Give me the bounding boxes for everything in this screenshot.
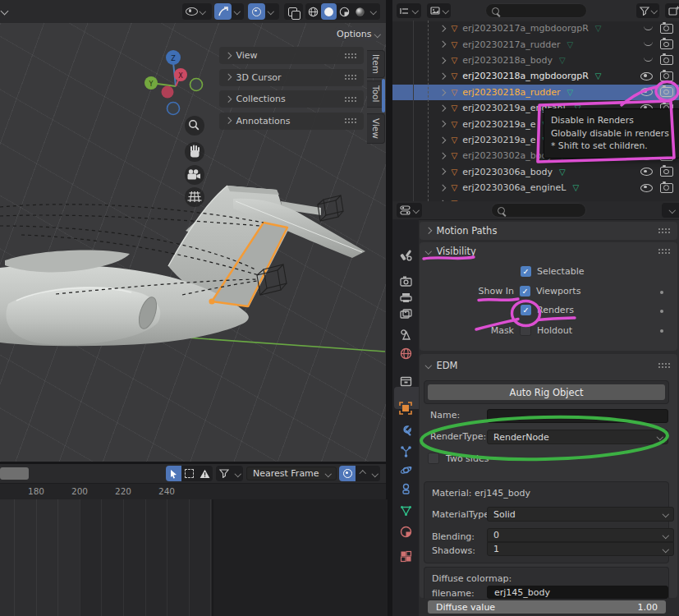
object-name[interactable]: erj20230218a_rudder <box>462 87 560 98</box>
display-mode-dropdown[interactable] <box>397 3 421 18</box>
sidebar-scrollbar[interactable] <box>382 79 385 113</box>
panel-grip[interactable] <box>658 228 671 234</box>
timeline-track-area[interactable] <box>80 499 212 616</box>
frame-ruler[interactable]: 180 200 220 240 <box>0 483 386 499</box>
tab-material[interactable] <box>392 522 419 541</box>
tab-scene[interactable] <box>392 324 419 344</box>
renders-checkbox[interactable]: ✓ <box>521 305 531 315</box>
overlays-toggle[interactable] <box>284 3 303 20</box>
tab-texture[interactable] <box>392 546 419 566</box>
tab-collection[interactable] <box>392 371 419 391</box>
options-dropdown[interactable]: Options <box>335 27 382 41</box>
hide-in-viewport-icon[interactable] <box>640 72 653 80</box>
expand-arrow-icon[interactable] <box>439 153 446 159</box>
snap-toggle[interactable] <box>214 3 244 20</box>
hide-in-viewport-icon[interactable] <box>644 56 653 62</box>
object-name[interactable]: erj20230302a_body <box>462 150 553 161</box>
panel-motion-paths[interactable]: Motion Paths <box>420 222 677 240</box>
sidebar-panel-annotations[interactable]: Annotations <box>219 113 364 130</box>
two-sides-checkbox[interactable] <box>428 453 439 464</box>
chevron-down-icon[interactable] <box>372 471 378 477</box>
pan-button[interactable] <box>185 142 204 162</box>
warning-button[interactable] <box>197 466 213 481</box>
tab-physics[interactable] <box>392 460 419 480</box>
object-name[interactable]: erj20230306a_engineL <box>462 182 566 193</box>
viewports-checkbox[interactable]: ✓ <box>520 286 530 297</box>
hide-in-viewport-icon[interactable] <box>640 88 653 96</box>
proportional-editing-toggle[interactable] <box>248 3 279 20</box>
render-type-dropdown[interactable]: RenderNode <box>487 430 668 444</box>
grid-view-button[interactable] <box>185 187 204 207</box>
expand-arrow-icon[interactable] <box>439 168 446 175</box>
blending-dropdown[interactable]: 0 <box>487 528 674 542</box>
disable-in-renders-icon[interactable] <box>660 24 673 34</box>
tab-view-layer[interactable] <box>392 304 419 324</box>
object-name[interactable]: erj20230218a_body <box>462 55 553 66</box>
airplane-model[interactable] <box>0 186 365 346</box>
disable-in-renders-icon[interactable] <box>660 87 673 97</box>
sidebar-panel-view[interactable]: View <box>219 47 364 64</box>
tab-item[interactable]: Item <box>367 50 385 78</box>
3d-viewport[interactable]: Y Z X <box>0 23 386 462</box>
disable-in-renders-icon[interactable] <box>660 39 673 49</box>
object-name[interactable]: erj20230219a_e <box>462 119 535 130</box>
sidebar-panel-collections[interactable]: Collections <box>219 90 364 108</box>
hide-in-viewport-icon[interactable] <box>640 184 653 192</box>
tab-modifiers[interactable] <box>392 421 419 440</box>
outliner-filter-dropdown[interactable] <box>636 3 660 18</box>
outliner-row-selected[interactable]: ▽ erj20230218a_rudder ▽ <box>392 85 679 100</box>
zoom-button[interactable] <box>185 116 204 136</box>
outliner-row[interactable]: ▽ erj20230217a_rudder ▽ <box>392 36 679 52</box>
tab-tool[interactable] <box>392 245 419 264</box>
tab-world[interactable] <box>392 343 419 363</box>
expand-arrow-icon[interactable] <box>439 121 446 127</box>
hide-in-viewport-icon[interactable] <box>644 40 653 46</box>
chevron-up-icon[interactable] <box>360 471 366 477</box>
panel-visibility[interactable]: Visibility ✓ Selectable Show In ✓ Viewpo… <box>420 242 677 351</box>
panel-grip[interactable] <box>344 117 357 124</box>
snap-mode-dropdown[interactable]: Nearest Frame <box>246 467 337 480</box>
tab-view[interactable]: View <box>367 113 385 144</box>
chevron-down-icon[interactable] <box>235 471 241 477</box>
tab-particles[interactable] <box>392 441 419 461</box>
outliner-row-partial[interactable]: ▽ <box>392 195 679 201</box>
outliner-row[interactable]: ▽ erj20230306a_engineL ▽ <box>392 180 679 195</box>
properties-editor[interactable]: Motion Paths Visibility ✓ Selectable Sho… <box>392 201 679 616</box>
object-name[interactable]: erj20230218a_mgbdoorgpR <box>462 71 589 81</box>
panel-grip[interactable] <box>658 362 671 369</box>
expand-arrow-icon[interactable] <box>439 57 446 64</box>
tab-constraints[interactable] <box>392 479 419 499</box>
editor-corner-chevron-icon[interactable] <box>1 7 9 16</box>
outliner-row[interactable]: ▽ erj20230218a_body ▽ <box>392 53 679 68</box>
object-name[interactable]: erj20230217a_mgbdoorgpR <box>462 23 589 34</box>
visibility-dropdown[interactable] <box>182 3 212 20</box>
filter-button[interactable] <box>216 466 232 481</box>
material-shading-button[interactable] <box>337 3 352 20</box>
material-type-dropdown[interactable]: Solid <box>487 507 674 522</box>
object-name[interactable]: erj20230219a_e <box>462 135 535 145</box>
decorator-dot[interactable] <box>660 310 663 313</box>
gizmo-negative-y-axis[interactable] <box>190 79 203 91</box>
gizmo-negative-x-axis[interactable] <box>162 86 174 99</box>
hide-in-viewport-icon[interactable] <box>640 168 653 176</box>
solid-shading-button[interactable] <box>321 3 337 20</box>
panel-grip[interactable] <box>344 74 357 80</box>
disable-in-renders-icon[interactable] <box>660 183 673 193</box>
holdout-checkbox[interactable] <box>520 324 531 336</box>
expand-arrow-icon[interactable] <box>439 105 446 112</box>
properties-options-dropdown[interactable] <box>662 203 679 218</box>
timeline-editor[interactable]: Nearest Frame 180 200 220 240 <box>0 464 386 616</box>
panel-grip[interactable] <box>658 248 671 255</box>
object-name[interactable]: erj20230217a_rudder <box>462 39 560 50</box>
disable-in-renders-icon[interactable] <box>660 55 673 65</box>
gizmo-negative-z-axis[interactable] <box>167 103 180 115</box>
outliner-search-input[interactable] <box>485 3 587 18</box>
decorator-dot[interactable] <box>660 329 663 333</box>
new-collection-button[interactable] <box>665 3 679 18</box>
expand-arrow-icon[interactable] <box>439 185 446 191</box>
panel-grip[interactable] <box>344 96 357 103</box>
wireframe-shading-button[interactable] <box>305 3 321 20</box>
filename-field[interactable]: erj145_body <box>487 586 668 599</box>
rendered-shading-button[interactable] <box>352 3 368 20</box>
object-name[interactable]: erj20230306a_body <box>462 167 553 177</box>
